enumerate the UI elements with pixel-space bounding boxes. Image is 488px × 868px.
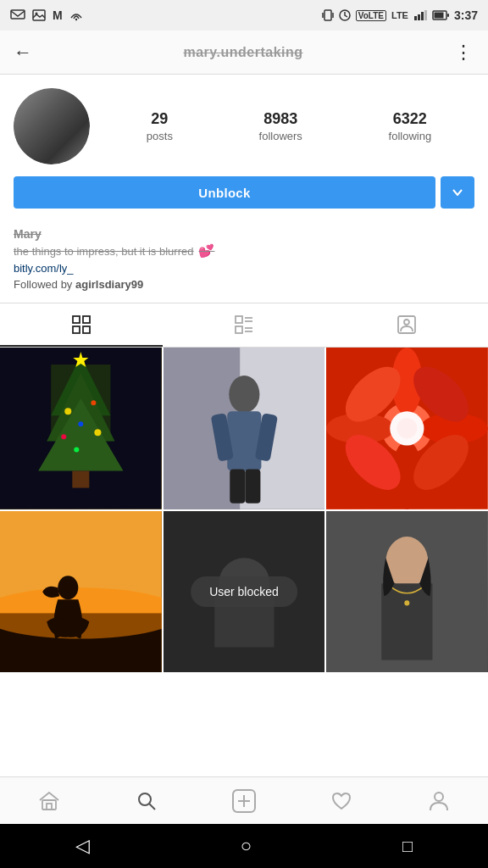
nav-likes[interactable] [293,777,391,824]
svg-marker-31 [38,398,123,470]
svg-point-79 [435,793,443,801]
svg-rect-18 [83,326,90,333]
nav-search[interactable] [97,777,195,824]
nav-profile[interactable] [391,777,488,824]
svg-rect-32 [72,471,89,488]
android-home-button[interactable]: ○ [241,835,252,857]
svg-rect-44 [227,411,261,470]
following-stat: 6322 following [389,110,432,142]
svg-point-43 [229,376,259,413]
svg-rect-73 [47,804,52,810]
user-blocked-overlay: User blocked [191,576,297,607]
android-back-button[interactable]: ◁ [75,835,90,857]
svg-rect-0 [11,10,25,19]
content-tab-bar [0,303,488,348]
posts-label: posts [147,130,173,142]
svg-rect-14 [447,14,449,17]
svg-point-56 [404,357,479,431]
nav-home[interactable] [0,777,97,824]
status-left-icons: M [10,8,83,22]
status-bar: M VoLTE LTE [0,0,488,31]
grid-icon [72,315,91,334]
svg-point-35 [78,421,83,426]
followers-label: followers [259,130,302,142]
photo-grid: User blocked [0,348,488,672]
photo-cell-5[interactable]: User blocked [164,511,325,673]
emoji-icon: 💕 [198,243,214,259]
svg-rect-62 [0,613,162,672]
svg-point-74 [139,793,151,805]
svg-rect-10 [421,12,424,20]
svg-rect-72 [42,800,56,810]
profile-username: mary.undertaking [183,45,302,60]
svg-point-69 [386,537,429,587]
posts-stat: 29 posts [147,110,173,142]
svg-point-34 [91,400,96,405]
photo-cell-6[interactable] [326,511,488,673]
svg-rect-27 [0,348,162,509]
profile-section: 29 posts 8983 followers 6322 following U… [0,75,488,219]
top-navigation: ← mary.undertaking ⋮ [0,31,488,75]
photo-6-decoration [326,511,488,673]
svg-marker-30 [47,373,114,441]
profile-header: 29 posts 8983 followers 6322 following [14,88,474,164]
avatar-image [14,88,90,164]
svg-point-55 [336,357,411,431]
followers-stat: 8983 followers [259,110,302,142]
unblock-area: Unblock [14,176,474,209]
svg-point-59 [391,411,424,445]
svg-point-60 [397,418,418,438]
tab-list[interactable] [163,303,325,347]
svg-rect-70 [382,583,433,659]
volte-label: VoLTE [356,10,386,21]
photo-cell-1[interactable] [0,348,162,509]
more-options-button[interactable]: ⋮ [454,42,474,64]
photo-cell-4[interactable] [0,511,162,673]
posts-count: 29 [151,110,168,128]
image-icon [32,9,46,21]
svg-rect-22 [236,326,242,333]
dropdown-button[interactable] [441,176,474,209]
vibrate-icon [322,8,334,22]
svg-rect-40 [164,348,325,509]
svg-rect-19 [236,316,242,323]
battery-icon [432,10,449,20]
svg-point-51 [392,348,423,415]
tab-grid[interactable] [0,303,163,347]
status-right-icons: VoLTE LTE 3:37 [322,8,478,22]
svg-marker-39 [73,352,88,367]
svg-rect-61 [0,511,162,673]
photo-4-decoration [0,511,162,673]
svg-rect-11 [424,10,427,20]
wifi-icon [69,9,83,21]
photo-cell-2[interactable] [164,348,325,509]
bio-followed-by: Followed by agirlsdiary99 [14,278,474,291]
svg-point-71 [405,600,410,605]
heart-icon [331,792,352,810]
tab-tagged[interactable] [325,303,488,347]
android-recent-button[interactable]: □ [402,837,413,856]
svg-rect-49 [326,348,488,509]
svg-point-54 [420,413,488,443]
back-button[interactable]: ← [14,42,32,64]
profile-stats: 29 posts 8983 followers 6322 following [103,110,474,142]
bio-description: the things to impress, but it is blurred… [14,243,474,259]
home-icon [39,792,59,810]
svg-rect-48 [245,470,260,504]
photo-cell-3[interactable] [326,348,488,509]
svg-rect-15 [73,316,80,323]
svg-rect-42 [240,348,324,509]
svg-marker-29 [51,356,110,415]
svg-rect-41 [164,348,240,509]
followers-count: 8983 [263,110,297,128]
bio-link[interactable]: bitly.com/ly_ [14,262,474,275]
chevron-down-icon [452,189,463,196]
svg-rect-9 [418,14,420,20]
svg-point-33 [64,408,71,415]
message-icon [10,9,25,21]
nav-add[interactable] [195,777,292,824]
svg-rect-17 [73,326,80,333]
list-icon [235,315,253,334]
profile-icon [430,791,448,811]
unblock-button[interactable]: Unblock [14,176,435,209]
